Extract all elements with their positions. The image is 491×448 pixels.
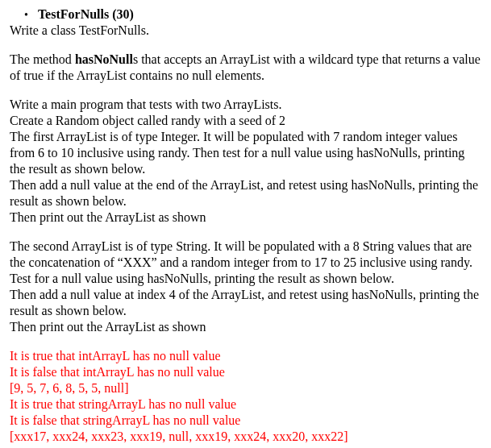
output-line-3: [9, 5, 7, 6, 8, 5, 5, null] [10,380,481,396]
main-line-3: The first ArrayList is of type Integer. … [10,129,481,177]
heading-points: (30) [109,7,134,21]
output-line-5: It is false that stringArrayL has no nul… [10,413,481,429]
main-line-2: Create a Random object called randy with… [10,113,481,129]
heading-title: TestForNulls (30) [38,6,134,23]
output-line-2: It is false that intArrayL has no null v… [10,364,481,380]
main-line-1: Write a main program that tests with two… [10,97,481,113]
bullet-icon: • [24,8,28,23]
output-line-4: It is true that stringArrayL has no null… [10,396,481,413]
method-description: The method hasNoNulls that accepts an Ar… [10,52,481,84]
method-pre: The method [10,52,75,66]
heading-title-bold: TestForNulls [38,7,109,21]
second-line-2: Then add a null value at index 4 of the … [10,287,481,319]
intro-paragraph: Write a class TestForNulls. [10,23,481,39]
method-name-bold: hasNoNull [75,52,133,66]
main-line-5: Then print out the ArrayList as shown [10,209,481,226]
output-line-1: It is true that intArrayL has no null va… [10,348,481,364]
second-line-3: Then print out the ArrayList as shown [10,319,481,335]
main-line-4: Then add a null value at the end of the … [10,177,481,209]
output-line-6: [xxx17, xxx24, xxx23, xxx19, null, xxx19… [10,429,481,445]
heading-line: • TestForNulls (30) [10,6,481,23]
second-line-1: The second ArrayList is of type String. … [10,239,481,287]
